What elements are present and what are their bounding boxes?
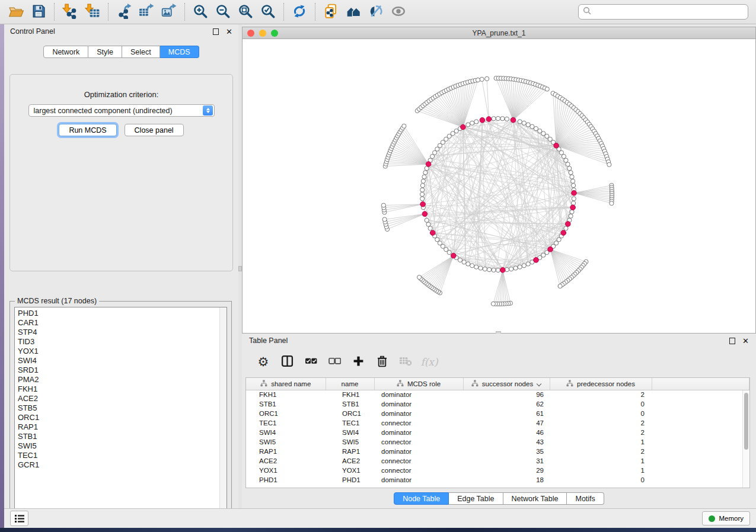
mcds-result-item[interactable]: PHD1	[18, 309, 227, 318]
table-tabs: Node TableEdge TableNetwork TableMotifs	[242, 492, 756, 505]
task-history-button[interactable]	[10, 511, 28, 526]
table-panel: Table Panel ✕ ⚙f(x) shared namenameMCDS …	[242, 334, 756, 508]
mcds-tab-body: Optimization criterion: largest connecte…	[9, 74, 233, 271]
mcds-result-item[interactable]: TID3	[18, 337, 227, 347]
mcds-result-item[interactable]: ORC1	[18, 413, 227, 422]
tab-style[interactable]: Style	[88, 46, 122, 58]
table-row[interactable]: YOX1YOX1connector291	[246, 466, 749, 475]
hide-details-button[interactable]	[365, 2, 387, 22]
column-header-successor-nodes[interactable]: successor nodes	[463, 378, 550, 390]
table-row[interactable]: ACE2ACE2connector311	[246, 456, 749, 466]
optimization-criterion-select[interactable]: largest connected component (undirected)	[28, 104, 215, 117]
table-row[interactable]: SWI5SWI5connector431	[246, 437, 749, 447]
control-panel: Control Panel ✕ NetworkStyleSelectMCDS O…	[4, 24, 238, 508]
table-row[interactable]: STB1STB1dominator620	[246, 399, 749, 409]
refresh-button[interactable]	[288, 2, 311, 22]
import-table-button[interactable]	[81, 2, 104, 22]
clone-network-icon	[323, 4, 339, 21]
import-network-button[interactable]	[59, 2, 81, 22]
mcds-result-item[interactable]: STB5	[18, 403, 227, 413]
hide-details-icon	[368, 4, 384, 21]
tab-mcds[interactable]: MCDS	[160, 46, 199, 58]
save-button[interactable]	[27, 2, 50, 22]
table-row[interactable]: SWI4SWI4dominator462	[246, 428, 749, 437]
export-table-button[interactable]	[135, 2, 158, 22]
gear-button[interactable]: ⚙	[253, 352, 274, 372]
mcds-result-item[interactable]: SWI4	[18, 356, 227, 366]
table-row[interactable]: FKH1FKH1dominator962	[246, 390, 749, 399]
mcds-result-item[interactable]: FKH1	[18, 384, 227, 394]
mcds-result-item[interactable]: TEC1	[18, 451, 227, 460]
network-canvas[interactable]	[242, 39, 756, 334]
table-close-panel-icon[interactable]: ✕	[742, 337, 749, 345]
open-folder-button[interactable]	[5, 2, 27, 22]
mcds-result-item[interactable]: ACE2	[18, 394, 227, 403]
export-image-button[interactable]	[158, 2, 180, 22]
mcds-result-item[interactable]: RAP1	[18, 422, 227, 432]
float-window-icon[interactable]	[213, 28, 219, 35]
control-panel-title: Control Panel	[10, 27, 213, 36]
export-network-button[interactable]	[113, 2, 135, 22]
optimization-criterion-value: largest connected component (undirected)	[29, 107, 203, 115]
network-window-titlebar[interactable]: YPA_prune.txt_1	[242, 27, 756, 39]
columns-button[interactable]	[276, 352, 298, 372]
memory-button[interactable]: Memory	[702, 511, 750, 525]
trash-button[interactable]	[371, 352, 393, 372]
mcds-result-scrollbar[interactable]	[219, 307, 227, 515]
zoom-selected-button[interactable]	[257, 2, 279, 22]
node-table-wrap: shared namenameMCDS rolesuccessor nodesp…	[245, 377, 750, 488]
search-input[interactable]	[594, 8, 744, 16]
tab-motifs[interactable]: Motifs	[567, 492, 604, 505]
close-panel-button[interactable]: Close panel	[125, 124, 184, 136]
mcds-result-list[interactable]: PHD1CAR1STP4TID3YOX1SWI4SRD1PMA2FKH1ACE2…	[14, 307, 227, 516]
table-scrollbar[interactable]	[742, 390, 749, 488]
search-box[interactable]	[578, 4, 748, 20]
network-graph[interactable]	[243, 39, 755, 333]
table-row[interactable]: TEC1TEC1connector472	[246, 418, 749, 428]
mcds-result-item[interactable]: STB1	[18, 432, 227, 441]
tab-edge-table[interactable]: Edge Table	[449, 492, 503, 505]
column-header-shared-name[interactable]: shared name	[246, 378, 326, 390]
column-header-MCDS-role[interactable]: MCDS role	[374, 378, 463, 390]
mcds-result-item[interactable]: PMA2	[18, 375, 227, 384]
table-row[interactable]: RAP1RAP1dominator352	[246, 447, 749, 456]
table-row[interactable]: ORC1ORC1dominator610	[246, 409, 749, 418]
column-header-predecessor-nodes[interactable]: predecessor nodes	[550, 378, 652, 390]
table-row[interactable]: PHD1PHD1dominator180	[246, 475, 749, 485]
tab-select[interactable]: Select	[122, 46, 160, 58]
clone-network-button[interactable]	[320, 2, 342, 22]
node-table[interactable]: shared namenameMCDS rolesuccessor nodesp…	[246, 378, 749, 485]
tree-icon	[566, 380, 573, 388]
select-all-button[interactable]	[300, 352, 321, 372]
zoom-in-button[interactable]	[189, 2, 212, 22]
tab-node-table[interactable]: Node Table	[394, 492, 449, 505]
gear-icon: ⚙	[258, 356, 269, 368]
zoom-selected-icon	[260, 4, 276, 21]
mcds-result-item[interactable]: SWI5	[18, 441, 227, 451]
select-all-icon	[305, 355, 317, 369]
deselect-all-button[interactable]	[324, 352, 345, 372]
table-scrollbar-thumb[interactable]	[744, 393, 748, 450]
zoom-out-button[interactable]	[212, 2, 234, 22]
close-panel-icon[interactable]: ✕	[226, 28, 232, 36]
show-details-eye-button[interactable]	[387, 2, 410, 22]
tab-network[interactable]: Network	[43, 46, 88, 58]
mcds-result-title: MCDS result (17 nodes)	[15, 297, 99, 305]
tree-icon	[260, 380, 267, 388]
add-button[interactable]	[347, 352, 369, 372]
mcds-result-item[interactable]: YOX1	[18, 347, 227, 356]
mcds-result-item[interactable]: SRD1	[18, 366, 227, 375]
memory-status-dot	[709, 515, 715, 522]
run-mcds-button[interactable]: Run MCDS	[59, 124, 116, 136]
table-float-window-icon[interactable]	[729, 338, 735, 344]
mcds-result-item[interactable]: CAR1	[18, 318, 227, 328]
tab-network-table[interactable]: Network Table	[503, 492, 567, 505]
control-panel-tabs: NetworkStyleSelectMCDS	[4, 46, 238, 58]
mcds-result-item[interactable]: STP4	[18, 328, 227, 337]
toolbar-separator	[184, 3, 185, 21]
column-header-name[interactable]: name	[326, 378, 374, 390]
mcds-result-item[interactable]: GCR1	[18, 460, 227, 470]
export-image-icon	[161, 4, 177, 21]
homes-button[interactable]	[342, 2, 365, 22]
zoom-fit-button[interactable]	[234, 2, 257, 22]
